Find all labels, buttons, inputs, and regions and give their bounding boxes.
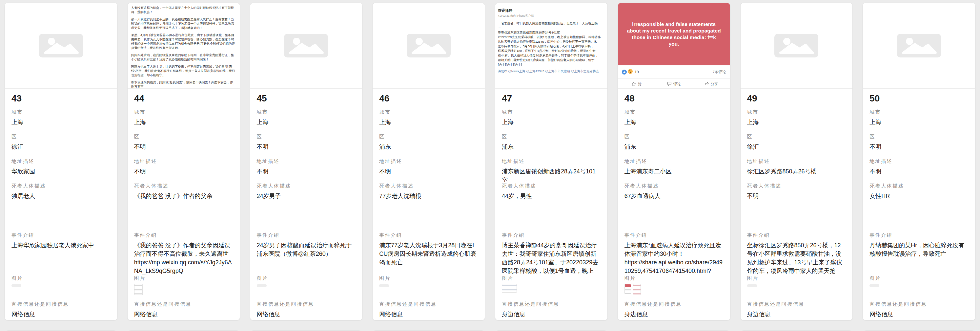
case-card[interactable]: 43 城市 上海 区 徐汇 地址描述 华欣家园 死者大体描述 独居老人 事件介绍…: [5, 3, 118, 320]
field-label-victim: 死者大体描述: [747, 183, 846, 189]
case-card[interactable]: 50 城市 上海 区 不明 地址描述 不明 死者大体描述 女性HR 事件介绍 丹…: [862, 3, 975, 320]
field-source-type: 直接信息还是间接信息 身边信息: [502, 296, 601, 318]
field-label-image: 图片: [134, 275, 233, 281]
image-placeholder-icon: [284, 34, 328, 58]
card-body: 48 城市 上海 区 浦东 地址描述 上海浦东寿二小区 死者大体描述 67岁血透…: [618, 89, 730, 318]
field-value-source-type: 网络信息: [11, 310, 111, 318]
article-paragraph: 那一天我觉得我们是幸运的，我还在朋友圈里感谢人民群众！感谢友爱！当时我的小区已被…: [131, 17, 236, 30]
image-thumbnail[interactable]: [633, 284, 641, 295]
image-thumbnail[interactable]: [11, 284, 21, 287]
field-value-source-type: 身边信息: [502, 310, 601, 318]
field-value-district: 浦东: [379, 142, 478, 151]
field-source-type: 直接信息还是间接信息 身边信息: [747, 296, 846, 318]
card-image-area: irresponsible and false statements about…: [618, 3, 730, 89]
field-city: 城市 上海: [747, 104, 846, 126]
field-value-victim: 77岁老人沈瑞根: [379, 192, 478, 200]
field-label-image: 图片: [624, 275, 724, 281]
image-placeholder: [741, 3, 853, 88]
field-label-city: 城市: [379, 109, 478, 115]
case-card[interactable]: 45 城市 上海 区 不明 地址描述 不明 死者大体描述 24岁男子 事件介绍 …: [250, 3, 363, 320]
field-label-source-type: 直接信息还是间接信息: [747, 301, 846, 307]
field-value-event: 上海浦东*血透病人延误治疗致死且遗体滞留家中约30小时！ https://sha…: [624, 241, 724, 275]
article-screenshot: 人都没有这样的机会，一个病人需要几十个人的同时帮助和关怀才有可能获得一丝的机会！…: [127, 3, 240, 89]
image-thumbnail[interactable]: [134, 284, 143, 295]
field-label-event: 事件介绍: [502, 232, 601, 238]
case-number: 49: [747, 93, 846, 104]
field-district: 区 不明: [134, 126, 233, 151]
field-source-type: 直接信息还是间接信息 身边信息: [624, 296, 724, 318]
field-value-district: 不明: [869, 142, 969, 151]
image-thumbnail[interactable]: [257, 284, 267, 287]
field-source-type: 直接信息还是间接信息 网络信息: [134, 296, 233, 318]
field-address: 地址描述 不明: [379, 151, 478, 176]
reaction-emojis: 19: [622, 69, 639, 75]
field-address: 地址描述 不明: [869, 151, 969, 176]
field-value-event: 丹纳赫集团的某Hr，因心脏猝死没有核酸报告耽误治疗，导致死亡: [869, 241, 969, 258]
article-paragraph: 果然，4月3日被告知爸爸不得不进行高位截肢，由于下肢动脉硬化，整条腿要截去，我作…: [131, 33, 236, 50]
case-card[interactable]: 茶香禅静4.2 02:31 来自 iPhone客户端一名志愿者，昨日我投入路浦西…: [495, 3, 608, 320]
field-value-victim: 《我的爸爸 没了》作者的父亲: [134, 192, 233, 200]
weibo-post-meta: 4.2 02:31 来自 iPhone客户端: [498, 14, 608, 18]
field-image: 图片: [11, 275, 111, 296]
field-city: 城市 上海: [11, 104, 111, 126]
case-card[interactable]: 49 城市 上海 区 徐汇 地址描述 徐汇区罗秀路850弄26号楼 死者大体描述…: [740, 3, 853, 320]
field-value-address: 不明: [257, 167, 356, 176]
field-victim: 死者大体描述 67岁血透病人: [624, 176, 724, 225]
image-thumbnail[interactable]: [869, 284, 879, 287]
card-body: 47 城市 上海 区 浦东 地址描述 浦东新区唐镇创新西路28弄24号101室 …: [495, 89, 608, 318]
field-label-event: 事件介绍: [624, 232, 724, 238]
divider: [495, 5, 608, 5]
field-value-source-type: 身边信息: [624, 310, 724, 318]
field-image: 图片: [747, 275, 846, 296]
field-image: 图片: [624, 275, 724, 296]
field-label-victim: 死者大体描述: [502, 183, 601, 189]
weibo-username: 茶香禅静: [498, 8, 608, 13]
field-image: 图片: [502, 275, 601, 296]
field-victim: 死者大体描述 44岁，男性: [502, 176, 601, 225]
image-placeholder-icon: [39, 34, 83, 58]
field-image: 图片: [379, 275, 478, 296]
field-city: 城市 上海: [624, 104, 724, 126]
field-label-city: 城市: [747, 109, 846, 115]
case-number: 46: [379, 93, 478, 104]
image-thumbnail[interactable]: [747, 284, 757, 287]
field-label-address: 地址描述: [502, 158, 601, 164]
field-image: 图片: [134, 275, 233, 296]
field-label-source-type: 直接信息还是间接信息: [869, 301, 969, 307]
share-action-icon: [705, 82, 709, 86]
case-card[interactable]: 46 城市 上海 区 浦东 地址描述 不明 死者大体描述 77岁老人沈瑞根 事件…: [372, 3, 485, 320]
case-card[interactable]: irresponsible and false statements about…: [617, 3, 730, 320]
image-placeholder: [372, 3, 485, 88]
field-label-source-type: 直接信息还是间接信息: [11, 301, 111, 307]
field-city: 城市 上海: [257, 104, 356, 126]
field-value-event: 坐标徐汇区罗秀路850弄26号楼，12号在小区群里求救需要硝酸甘油，没见到救护车…: [747, 241, 846, 275]
image-thumbnail-row: [134, 284, 233, 296]
field-label-victim: 死者大体描述: [379, 183, 478, 189]
field-district: 区 不明: [869, 126, 969, 151]
like-action: 赞: [618, 82, 655, 87]
field-address: 地址描述 浦东新区唐镇创新西路28弄24号101室: [502, 151, 601, 176]
field-image: 图片: [869, 275, 969, 296]
field-address: 地址描述 不明: [134, 151, 233, 176]
field-value-event: 浦东77岁老人沈瑞根于3月28日晚在ICU病房因长期未肾透析造成的心肌衰竭而死亡: [379, 241, 478, 267]
weibo-post-line: 联系居委呼叫120，直到下午1点才到，经过40分钟的抢救，我哥的生命: [498, 49, 608, 53]
image-placeholder: [5, 3, 117, 88]
image-thumbnail[interactable]: [379, 284, 389, 287]
image-thumbnail-row: [747, 284, 846, 296]
field-label-district: 区: [869, 134, 969, 139]
image-thumbnail[interactable]: [502, 284, 517, 293]
image-placeholder: [863, 3, 975, 88]
image-thumbnail[interactable]: [624, 284, 631, 294]
card-image-area: [372, 3, 485, 89]
field-district: 区 徐汇: [747, 126, 846, 151]
field-source-type: 直接信息还是间接信息 网络信息: [379, 296, 478, 318]
field-district: 区 浦东: [502, 126, 601, 151]
field-victim: 死者大体描述 独居老人: [11, 176, 111, 225]
field-label-event: 事件介绍: [379, 232, 478, 238]
card-image-area: 人都没有这样的机会，一个病人需要几十个人的同时帮助和关怀才有可能获得一丝的机会！…: [127, 3, 240, 89]
field-label-image: 图片: [502, 275, 601, 281]
field-label-city: 城市: [134, 109, 233, 115]
field-value-source-type: 网络信息: [379, 310, 478, 318]
action-bar: 赞评论分享: [618, 79, 730, 89]
case-card[interactable]: 人都没有这样的机会，一个病人需要几十个人的同时帮助和关怀才有可能获得一丝的机会！…: [127, 3, 240, 320]
